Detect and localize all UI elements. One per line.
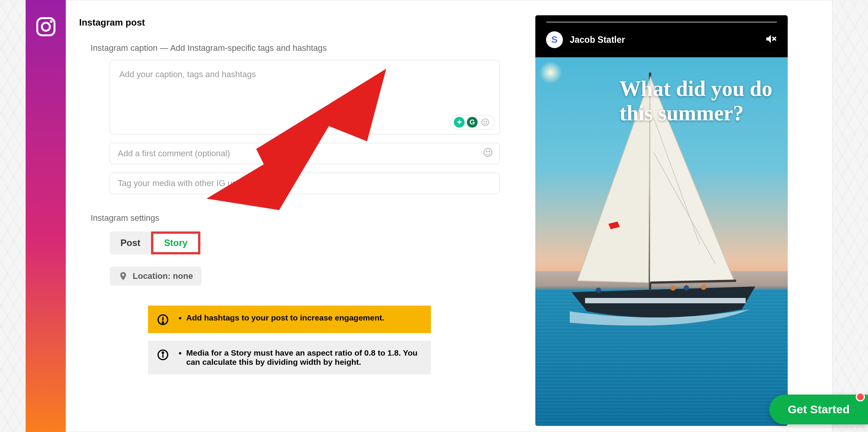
alert-ratio: Media for a Story must have an aspect ra… (148, 341, 431, 374)
emoji-icon[interactable] (483, 147, 493, 160)
caption-label: Instagram caption — Add Instagram-specif… (91, 43, 504, 53)
svg-point-2 (50, 20, 52, 23)
caption-textarea[interactable] (119, 70, 490, 125)
mute-icon[interactable] (765, 33, 777, 47)
form-content: Instagram post Instagram caption — Add I… (79, 17, 504, 374)
story-progress-bar (546, 21, 777, 23)
grammarly-icon[interactable]: G (467, 117, 478, 128)
alert-hashtags: Add hashtags to your post to increase en… (148, 306, 431, 333)
first-comment-field[interactable] (110, 143, 500, 164)
svg-point-6 (484, 148, 492, 156)
first-comment-input[interactable] (118, 149, 492, 159)
svg-rect-18 (585, 298, 746, 303)
caption-toolbar: ✦ G (450, 115, 495, 129)
tag-users-input[interactable] (118, 178, 492, 188)
settings-label: Instagram settings (91, 213, 504, 223)
svg-point-24 (684, 285, 689, 291)
svg-point-25 (701, 285, 706, 290)
caption-field[interactable]: ✦ G (110, 60, 500, 134)
svg-point-8 (489, 151, 489, 152)
svg-point-3 (482, 119, 489, 126)
svg-point-1 (42, 23, 50, 31)
svg-point-7 (486, 151, 487, 152)
story-preview: S Jacob Statler (535, 15, 788, 426)
platform-sidebar (26, 0, 66, 432)
story-username: Jacob Statler (570, 35, 625, 45)
story-overlay-text: What did you do this summer? (619, 76, 776, 126)
location-button[interactable]: Location: none (110, 267, 202, 286)
svg-point-23 (670, 285, 676, 291)
avatar: S (546, 31, 563, 48)
tag-users-field[interactable] (110, 173, 500, 194)
emoji-icon[interactable] (480, 117, 491, 128)
svg-point-13 (162, 352, 164, 354)
instagram-icon (34, 15, 57, 38)
assist-icon[interactable]: ✦ (454, 117, 465, 128)
svg-point-5 (486, 121, 487, 122)
location-pin-icon (118, 271, 128, 281)
tab-post[interactable]: Post (110, 231, 151, 254)
warning-icon (157, 314, 169, 325)
story-image: What did you do this summer? (535, 57, 788, 426)
svg-point-11 (162, 322, 164, 324)
location-label: Location: none (133, 271, 193, 281)
alert-hashtags-text: Add hashtags to your post to increase en… (186, 313, 384, 322)
alert-ratio-text: Media for a Story must have an aspect ra… (186, 348, 422, 367)
info-icon (157, 349, 169, 361)
post-type-toggle: Post Story (110, 231, 504, 254)
story-header: S Jacob Statler (535, 15, 788, 57)
svg-point-26 (596, 288, 601, 293)
section-title: Instagram post (79, 17, 504, 28)
svg-point-4 (484, 121, 484, 122)
get-started-button[interactable]: Get Started (769, 395, 868, 424)
tab-story[interactable]: Story (151, 231, 200, 254)
